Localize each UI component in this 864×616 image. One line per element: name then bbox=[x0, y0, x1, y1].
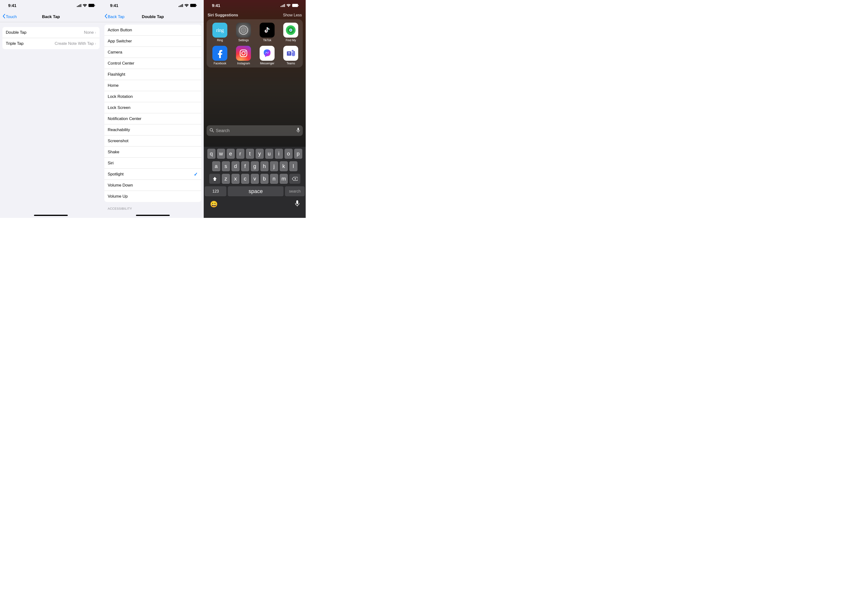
option-label: Action Button bbox=[108, 28, 132, 33]
search-input[interactable] bbox=[216, 128, 294, 133]
search-bar[interactable] bbox=[206, 125, 303, 136]
key-s[interactable]: s bbox=[222, 161, 230, 171]
chevron-left-icon bbox=[104, 14, 107, 20]
key-u[interactable]: u bbox=[265, 149, 273, 159]
section-header: ACCESSIBILITY bbox=[102, 202, 204, 211]
option-row[interactable]: Flashlight bbox=[104, 69, 201, 80]
option-label: Screenshot bbox=[108, 138, 129, 143]
option-row[interactable]: Control Center bbox=[104, 58, 201, 69]
key-y[interactable]: y bbox=[255, 149, 264, 159]
svg-point-18 bbox=[239, 26, 248, 35]
home-indicator[interactable] bbox=[136, 215, 170, 216]
key-f[interactable]: f bbox=[241, 161, 249, 171]
siri-app-grid: ringRingSettingsTikTokFind MyFacebookIns… bbox=[206, 19, 303, 68]
key-h[interactable]: h bbox=[260, 161, 269, 171]
key-e[interactable]: e bbox=[227, 149, 235, 159]
option-label: Volume Up bbox=[108, 194, 128, 199]
triple-tap-row[interactable]: Triple Tap Create Note With Tap › bbox=[2, 38, 99, 49]
option-row[interactable]: Camera bbox=[104, 47, 201, 58]
key-search[interactable]: search bbox=[285, 186, 305, 196]
status-time: 9:41 bbox=[8, 3, 16, 8]
app-facebook[interactable]: Facebook bbox=[209, 46, 231, 65]
mic-icon[interactable] bbox=[296, 128, 300, 134]
option-row[interactable]: Screenshot bbox=[104, 135, 201, 146]
svg-rect-47 bbox=[296, 200, 298, 204]
keyboard: qwertyuiop asdfghjkl zxcvbnm 123 space s… bbox=[204, 147, 306, 218]
key-i[interactable]: i bbox=[275, 149, 283, 159]
app-label: TikTok bbox=[263, 39, 271, 42]
show-less-button[interactable]: Show Less bbox=[283, 13, 302, 17]
key-v[interactable]: v bbox=[251, 174, 259, 184]
option-row[interactable]: Siri bbox=[104, 158, 201, 169]
option-row[interactable]: Lock Screen bbox=[104, 102, 201, 113]
key-a[interactable]: a bbox=[212, 161, 220, 171]
app-ring[interactable]: ringRing bbox=[209, 23, 231, 42]
option-label: Flashlight bbox=[108, 72, 125, 77]
app-teams[interactable]: TTeams bbox=[280, 46, 302, 65]
option-row[interactable]: Spotlight✓ bbox=[104, 169, 201, 180]
key-n[interactable]: n bbox=[270, 174, 278, 184]
option-row[interactable]: Shake bbox=[104, 146, 201, 158]
option-label: Camera bbox=[108, 50, 122, 55]
key-p[interactable]: p bbox=[294, 149, 302, 159]
key-g[interactable]: g bbox=[251, 161, 259, 171]
app-label: Find My bbox=[286, 39, 296, 42]
key-c[interactable]: c bbox=[241, 174, 249, 184]
svg-rect-16 bbox=[292, 4, 298, 7]
row-value: Create Note With Tap › bbox=[55, 41, 96, 46]
key-numbers[interactable]: 123 bbox=[205, 186, 227, 196]
option-row[interactable]: Lock Rotation bbox=[104, 91, 201, 102]
option-row[interactable]: Reachability bbox=[104, 124, 201, 135]
app-icon bbox=[236, 46, 251, 61]
app-messenger[interactable]: Messenger bbox=[256, 46, 278, 65]
key-k[interactable]: k bbox=[280, 161, 288, 171]
option-row[interactable]: Action Button bbox=[104, 25, 201, 36]
key-m[interactable]: m bbox=[280, 174, 288, 184]
row-label: Triple Tap bbox=[6, 41, 24, 46]
key-w[interactable]: w bbox=[217, 149, 225, 159]
app-find-my[interactable]: Find My bbox=[280, 23, 302, 42]
key-b[interactable]: b bbox=[260, 174, 269, 184]
key-x[interactable]: x bbox=[231, 174, 240, 184]
svg-rect-3 bbox=[80, 4, 81, 7]
status-icons bbox=[281, 3, 299, 8]
back-button[interactable]: Touch bbox=[2, 14, 17, 20]
svg-rect-0 bbox=[77, 6, 78, 7]
double-tap-row[interactable]: Double Tap None › bbox=[2, 27, 99, 38]
app-icon bbox=[260, 23, 275, 38]
row-label: Double Tap bbox=[6, 30, 27, 35]
emoji-button[interactable]: 😀 bbox=[210, 201, 218, 208]
app-instagram[interactable]: Instagram bbox=[233, 46, 254, 65]
option-row[interactable]: App Switcher bbox=[104, 36, 201, 47]
key-t[interactable]: t bbox=[246, 149, 254, 159]
key-z[interactable]: z bbox=[222, 174, 230, 184]
app-icon bbox=[236, 23, 251, 38]
key-shift[interactable] bbox=[209, 174, 220, 184]
dictate-button[interactable] bbox=[295, 200, 299, 208]
key-q[interactable]: q bbox=[207, 149, 216, 159]
key-l[interactable]: l bbox=[289, 161, 297, 171]
svg-rect-13 bbox=[282, 5, 283, 7]
status-icons bbox=[77, 3, 95, 8]
svg-rect-17 bbox=[298, 5, 299, 6]
back-button[interactable]: Back Tap bbox=[104, 14, 124, 20]
app-settings[interactable]: Settings bbox=[233, 23, 254, 42]
option-row[interactable]: Volume Down bbox=[104, 180, 201, 191]
screen-spotlight-search: 9:41 Siri Suggestions Show Less ringRing… bbox=[204, 0, 306, 218]
app-tiktok[interactable]: TikTok bbox=[256, 23, 278, 42]
option-row[interactable]: Home bbox=[104, 80, 201, 91]
key-backspace[interactable] bbox=[289, 174, 301, 184]
svg-rect-36 bbox=[240, 50, 247, 57]
key-o[interactable]: o bbox=[285, 149, 293, 159]
key-space[interactable]: space bbox=[228, 186, 283, 196]
option-label: Lock Rotation bbox=[108, 94, 133, 99]
key-r[interactable]: r bbox=[236, 149, 244, 159]
key-d[interactable]: d bbox=[231, 161, 240, 171]
home-indicator[interactable] bbox=[34, 215, 68, 216]
key-j[interactable]: j bbox=[270, 161, 278, 171]
option-row[interactable]: Notification Center bbox=[104, 113, 201, 124]
option-label: App Switcher bbox=[108, 39, 132, 44]
option-row[interactable]: Volume Up bbox=[104, 191, 201, 202]
cellular-icon bbox=[281, 3, 285, 8]
screen-double-tap-options: 9:41 Back Tap Double Tap Action ButtonAp… bbox=[102, 0, 204, 218]
